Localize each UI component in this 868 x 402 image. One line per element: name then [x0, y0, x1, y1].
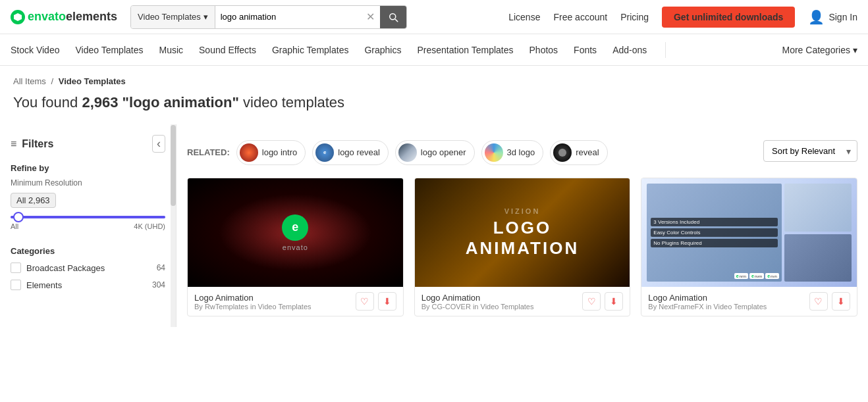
- slider-thumb[interactable]: [13, 212, 24, 222]
- user-icon: 👤: [808, 9, 825, 25]
- nav-license[interactable]: License: [508, 12, 540, 22]
- card-2-actions: ♡ ⬇: [582, 292, 623, 311]
- card-2-visual: VIZION LOGO ANIMATION: [466, 207, 579, 259]
- card-1-actions: ♡ ⬇: [356, 292, 396, 311]
- overlay-bar-3: No Plugins Required: [651, 239, 777, 247]
- breadcrumb: All Items / Video Templates: [13, 76, 855, 86]
- main-layout: ≡ Filters ‹ Refine by Minimum Resolution…: [0, 124, 868, 327]
- search-button[interactable]: [380, 5, 406, 29]
- nav-divider: [665, 42, 666, 58]
- elements-checkbox[interactable]: [11, 280, 21, 290]
- card-3-favorite-button[interactable]: ♡: [809, 292, 828, 311]
- logo[interactable]: envatoelements: [11, 10, 117, 24]
- nav-sound-effects[interactable]: Sound Effects: [199, 42, 256, 58]
- results-grid: e envato Logo Animation By RwTemplates i…: [187, 178, 857, 327]
- categories-label: Categories: [11, 246, 165, 256]
- tag-logo-opener[interactable]: logo opener: [395, 140, 475, 165]
- card-thumb-3-top: [784, 184, 852, 232]
- overlay-bar-2: Easy Color Controls: [651, 228, 777, 237]
- elements-label: Elements: [26, 280, 147, 290]
- nav-presentation-templates[interactable]: Presentation Templates: [417, 42, 513, 58]
- card-2-favorite-button[interactable]: ♡: [582, 292, 601, 311]
- resolution-slider[interactable]: All 4K (UHD): [0, 216, 176, 236]
- nav-add-ons[interactable]: Add-ons: [612, 42, 647, 58]
- header-nav: License Free account Pricing Get unlimit…: [508, 7, 857, 28]
- nav-video-templates[interactable]: Video Templates: [75, 42, 143, 58]
- result-query: "logo animation": [122, 94, 239, 111]
- breadcrumb-all-items[interactable]: All Items: [13, 76, 46, 86]
- card-3-main-inner: 3 Versions Included Easy Color Controls …: [647, 214, 781, 251]
- sidebar-title: ≡ Filters: [11, 138, 53, 150]
- broadcast-packages-label: Broadcast Packages: [26, 263, 151, 273]
- result-count: 2,963: [82, 94, 118, 111]
- elements-count: 304: [152, 280, 165, 289]
- sidebar-scroll-thumb: [171, 125, 176, 206]
- card-3-download-button[interactable]: ⬇: [832, 292, 850, 311]
- filter-icon: ≡: [11, 138, 16, 150]
- card-2-title: Logo Animation: [421, 293, 579, 303]
- card-2: VIZION LOGO ANIMATION Logo Animation By …: [414, 178, 631, 316]
- sidebar-scrollbar[interactable]: [171, 124, 176, 327]
- get-unlimited-button[interactable]: Get unlimited downloads: [662, 7, 795, 28]
- logo-icon: [11, 10, 25, 24]
- search-category-dropdown[interactable]: Video Templates ▾: [131, 6, 215, 28]
- card-1-title: Logo Animation: [194, 293, 352, 303]
- search-category-label: Video Templates: [138, 12, 201, 22]
- nav-fonts[interactable]: Fonts: [574, 42, 597, 58]
- sidebar-header: ≡ Filters ‹: [0, 135, 176, 163]
- result-title: You found 2,963 "logo animation" video t…: [0, 91, 868, 124]
- related-label: RELATED:: [187, 147, 230, 157]
- nav-graphic-templates[interactable]: Graphic Templates: [272, 42, 348, 58]
- card-3-subtitle: By NextFrameFX in Video Templates: [648, 303, 805, 311]
- tag-thumb-logo-opener: [398, 143, 417, 162]
- clear-search-icon[interactable]: ✕: [361, 11, 380, 23]
- sort-select[interactable]: Sort by Relevant Sort by Newest Sort by …: [763, 140, 857, 162]
- nav-pricing[interactable]: Pricing: [620, 12, 649, 22]
- sort-bar: Sort by Relevant Sort by Newest Sort by …: [763, 135, 857, 170]
- card-thumb-3-main: 3 Versions Included Easy Color Controls …: [647, 184, 781, 282]
- sidebar: ≡ Filters ‹ Refine by Minimum Resolution…: [0, 124, 176, 327]
- svg-marker-0: [14, 13, 22, 21]
- card-2-info: Logo Animation By CG-COVER in Video Temp…: [415, 287, 630, 316]
- tag-3d-logo[interactable]: 3d logo: [481, 140, 544, 165]
- category-broadcast-packages[interactable]: Broadcast Packages 64: [11, 263, 165, 273]
- breadcrumb-section: All Items / Video Templates: [0, 66, 868, 91]
- sidebar-collapse-button[interactable]: ‹: [152, 135, 165, 153]
- card-1-info: Logo Animation By RwTemplates in Video T…: [188, 287, 403, 316]
- slider-fill: [11, 216, 165, 218]
- card-3-logo-row: enrm envm envn: [734, 273, 779, 279]
- card-1-visual: e envato: [282, 214, 308, 251]
- nav-more-categories[interactable]: More Categories ▾: [782, 45, 858, 55]
- tag-reveal[interactable]: reveal: [550, 140, 607, 165]
- content-area: RELATED: logo intro e logo reveal logo o…: [176, 124, 868, 327]
- tag-thumb-3d-logo: [485, 143, 503, 162]
- tag-logo-intro[interactable]: logo intro: [236, 140, 306, 165]
- nav-photos[interactable]: Photos: [529, 42, 558, 58]
- card-1: e envato Logo Animation By RwTemplates i…: [187, 178, 404, 316]
- chevron-down-icon: ▾: [853, 45, 857, 55]
- card-thumb-3-bot: [784, 234, 852, 282]
- tag-logo-reveal[interactable]: e logo reveal: [312, 140, 389, 165]
- tag-thumb-logo-intro: [240, 143, 258, 162]
- envato-e-icon: e: [282, 214, 308, 241]
- min-resolution-label: Minimum Resolution: [0, 178, 176, 193]
- card-2-download-button[interactable]: ⬇: [605, 292, 623, 311]
- header: envatoelements Video Templates ▾ ✕ Licen…: [0, 0, 868, 34]
- nav-free-account[interactable]: Free account: [553, 12, 607, 22]
- tag-thumb-reveal: [553, 143, 572, 162]
- nav-graphics[interactable]: Graphics: [364, 42, 401, 58]
- card-1-download-button[interactable]: ⬇: [378, 292, 396, 311]
- category-elements[interactable]: Elements 304: [11, 280, 165, 290]
- signin-link[interactable]: 👤 Sign In: [808, 9, 857, 25]
- nav-music[interactable]: Music: [159, 42, 183, 58]
- nav-stock-video[interactable]: Stock Video: [11, 42, 59, 58]
- search-input[interactable]: [215, 6, 361, 28]
- tag-thumb-logo-reveal: e: [315, 143, 334, 162]
- card-3-title: Logo Animation: [648, 293, 805, 303]
- card-thumb-2: VIZION LOGO ANIMATION: [415, 178, 630, 287]
- slider-track: [11, 216, 165, 218]
- broadcast-packages-checkbox[interactable]: [11, 263, 21, 273]
- resolution-badge: All 2,963: [11, 193, 56, 208]
- card-thumb-3: 3 Versions Included Easy Color Controls …: [641, 178, 857, 287]
- card-1-favorite-button[interactable]: ♡: [356, 292, 374, 311]
